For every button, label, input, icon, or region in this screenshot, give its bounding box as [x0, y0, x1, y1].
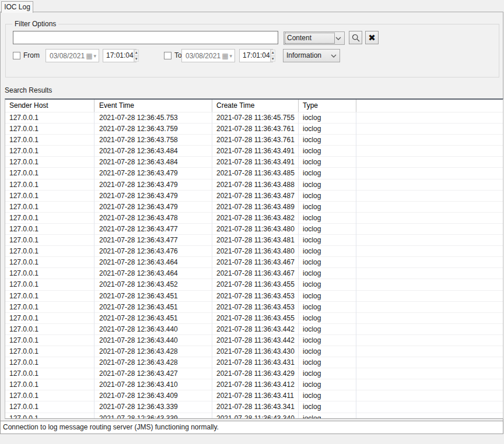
column-divider[interactable] [94, 100, 94, 418]
cell-sender-host: 127.0.0.1 [9, 257, 38, 268]
table-row[interactable]: 127.0.0.12021-07-28 12:36:43.4402021-07-… [5, 335, 503, 346]
table-row[interactable]: 127.0.0.12021-07-28 12:36:43.4512021-07-… [5, 291, 503, 302]
cell-type: ioclog [303, 368, 321, 379]
dropdown-arrow-icon: ▾ [93, 53, 96, 59]
tab-label: IOC Log [4, 3, 30, 11]
table-row[interactable]: 127.0.0.12021-07-28 12:36:43.4092021-07-… [5, 390, 503, 401]
table-row[interactable]: 127.0.0.12021-07-28 12:36:43.4102021-07-… [5, 379, 503, 390]
cell-sender-host: 127.0.0.1 [9, 146, 38, 157]
cell-event-time: 2021-07-28 12:36:43.484 [99, 146, 178, 157]
table-row[interactable]: 127.0.0.12021-07-28 12:36:43.4272021-07-… [5, 368, 503, 379]
from-label: From [23, 52, 40, 59]
to-checkbox[interactable] [164, 52, 172, 59]
clear-button[interactable]: ✖ [365, 31, 379, 44]
table-row[interactable]: 127.0.0.12021-07-28 12:36:43.4512021-07-… [5, 313, 503, 324]
spinner-up-icon[interactable]: ▲ [134, 50, 139, 56]
to-date-picker[interactable]: 03/08/2021 ▦ ▾ [181, 49, 235, 62]
cell-type: ioclog [303, 213, 321, 224]
cell-type: ioclog [303, 279, 321, 290]
from-date-value: 03/08/2021 [46, 52, 86, 60]
column-divider[interactable] [212, 100, 212, 418]
cell-type: ioclog [303, 202, 321, 213]
table-row[interactable]: 127.0.0.12021-07-28 12:36:43.7582021-07-… [5, 135, 503, 146]
column-header-sender-host[interactable]: Sender Host [9, 100, 48, 112]
table-row[interactable]: 127.0.0.12021-07-28 12:36:43.4772021-07-… [5, 224, 503, 235]
from-time-picker[interactable]: 17:01:04 ▲ ▼ [103, 49, 136, 62]
content-field-select[interactable]: Content [284, 31, 345, 45]
spinner-down-icon[interactable]: ▼ [134, 56, 139, 62]
table-row[interactable]: 127.0.0.12021-07-28 12:36:43.4642021-07-… [5, 268, 503, 279]
cell-create-time: 2021-07-28 11:36:45.755 [216, 112, 295, 124]
table-row[interactable]: 127.0.0.12021-07-28 12:36:43.4522021-07-… [5, 279, 503, 290]
cell-type: ioclog [303, 357, 321, 368]
table-row[interactable]: 127.0.0.12021-07-28 12:36:43.3392021-07-… [5, 413, 503, 418]
table-row[interactable]: 127.0.0.12021-07-28 12:36:43.4842021-07-… [5, 146, 503, 157]
tab-ioc-log[interactable]: IOC Log [1, 1, 33, 13]
table-row[interactable]: 127.0.0.12021-07-28 12:36:43.4762021-07-… [5, 246, 503, 257]
spinner-down-icon[interactable]: ▼ [271, 56, 275, 62]
table-row[interactable]: 127.0.0.12021-07-28 12:36:43.4842021-07-… [5, 157, 503, 168]
cell-type: ioclog [303, 401, 321, 413]
cell-create-time: 2021-07-28 11:36:43.489 [216, 202, 295, 213]
table-row[interactable]: 127.0.0.12021-07-28 12:36:43.4792021-07-… [5, 179, 503, 191]
search-button[interactable] [349, 31, 362, 44]
cell-create-time: 2021-07-28 11:36:43.485 [216, 168, 295, 179]
cell-type: ioclog [303, 135, 321, 146]
column-divider[interactable] [298, 100, 299, 418]
cell-sender-host: 127.0.0.1 [9, 368, 38, 379]
cell-type: ioclog [303, 268, 321, 279]
cell-sender-host: 127.0.0.1 [9, 235, 38, 246]
table-row[interactable]: 127.0.0.12021-07-28 12:36:43.4642021-07-… [5, 257, 503, 268]
cell-event-time: 2021-07-28 12:36:43.484 [99, 157, 178, 168]
content-field-value: Content [285, 33, 334, 43]
column-divider[interactable] [356, 100, 356, 418]
cell-event-time: 2021-07-28 12:36:43.428 [99, 346, 178, 357]
table-row[interactable]: 127.0.0.12021-07-28 12:36:43.7592021-07-… [5, 124, 503, 135]
table-row[interactable]: 127.0.0.12021-07-28 12:36:43.4792021-07-… [5, 191, 503, 202]
table-row[interactable]: 127.0.0.12021-07-28 12:36:43.4402021-07-… [5, 324, 503, 335]
table-header: Sender Host Event Time Create Time Type [5, 100, 503, 112]
cell-sender-host: 127.0.0.1 [9, 191, 38, 202]
cell-type: ioclog [303, 168, 321, 179]
severity-select[interactable]: Information [283, 49, 340, 62]
table-row[interactable]: 127.0.0.12021-07-28 12:36:43.4282021-07-… [5, 346, 503, 357]
table-row[interactable]: 127.0.0.12021-07-28 12:36:43.4282021-07-… [5, 357, 503, 368]
cell-create-time: 2021-07-28 11:36:43.487 [216, 191, 295, 202]
spinner-up-icon[interactable]: ▲ [271, 50, 275, 56]
cell-sender-host: 127.0.0.1 [9, 346, 38, 357]
table-rows: 127.0.0.12021-07-28 12:36:45.7532021-07-… [5, 112, 503, 418]
to-time-picker[interactable]: 17:01:04 ▲ ▼ [239, 49, 273, 62]
table-row[interactable]: 127.0.0.12021-07-28 12:36:43.3392021-07-… [5, 401, 503, 413]
clear-icon: ✖ [368, 33, 376, 42]
cell-type: ioclog [303, 413, 321, 418]
results-table: Sender Host Event Time Create Time Type … [5, 98, 503, 419]
cell-type: ioclog [303, 157, 321, 168]
table-row[interactable]: 127.0.0.12021-07-28 12:36:43.4792021-07-… [5, 168, 503, 179]
cell-sender-host: 127.0.0.1 [9, 413, 38, 418]
cell-sender-host: 127.0.0.1 [9, 224, 38, 235]
cell-sender-host: 127.0.0.1 [9, 135, 38, 146]
column-header-type[interactable]: Type [303, 100, 318, 112]
table-row[interactable]: 127.0.0.12021-07-28 12:36:43.4772021-07-… [5, 235, 503, 246]
table-row[interactable]: 127.0.0.12021-07-28 12:36:43.4792021-07-… [5, 202, 503, 213]
cell-sender-host: 127.0.0.1 [9, 168, 38, 179]
column-header-create-time[interactable]: Create Time [216, 100, 254, 112]
calendar-icon: ▦ [222, 52, 228, 59]
cell-event-time: 2021-07-28 12:36:43.759 [99, 124, 178, 135]
cell-type: ioclog [303, 257, 321, 268]
cell-event-time: 2021-07-28 12:36:43.440 [99, 335, 178, 346]
cell-type: ioclog [303, 291, 321, 302]
status-message: Connection to log message routing server… [3, 423, 219, 431]
cell-type: ioclog [303, 179, 321, 191]
table-row[interactable]: 127.0.0.12021-07-28 12:36:43.4782021-07-… [5, 213, 503, 224]
cell-create-time: 2021-07-28 11:36:43.761 [216, 135, 295, 146]
cell-sender-host: 127.0.0.1 [9, 112, 38, 124]
cell-create-time: 2021-07-28 11:36:43.411 [216, 390, 294, 401]
from-checkbox[interactable] [13, 52, 20, 59]
column-header-event-time[interactable]: Event Time [99, 100, 134, 112]
from-date-picker[interactable]: 03/08/2021 ▦ ▾ [46, 49, 99, 62]
table-row[interactable]: 127.0.0.12021-07-28 12:36:45.7532021-07-… [5, 112, 503, 124]
filter-text-input[interactable] [13, 31, 278, 44]
table-row[interactable]: 127.0.0.12021-07-28 12:36:43.4512021-07-… [5, 302, 503, 313]
cell-sender-host: 127.0.0.1 [9, 324, 38, 335]
